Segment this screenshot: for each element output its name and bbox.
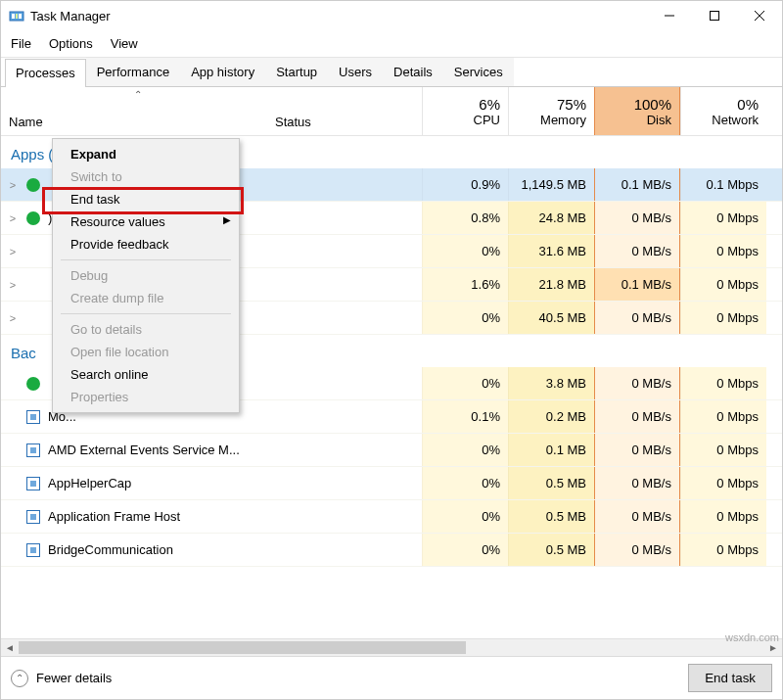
process-row[interactable]: Application Frame Host 0% 0.5 MB 0 MB/s …: [1, 500, 782, 534]
horizontal-scrollbar[interactable]: ◄ ►: [1, 638, 782, 656]
tab-strip: Processes Performance App history Startu…: [1, 58, 782, 87]
tab-performance[interactable]: Performance: [86, 58, 180, 86]
tab-startup[interactable]: Startup: [265, 58, 328, 86]
cell-disk: 0 MB/s: [594, 500, 680, 533]
fewer-details-button[interactable]: ⌃ Fewer details: [11, 670, 112, 687]
submenu-arrow-icon: ▶: [223, 214, 231, 225]
cell-cpu: 0%: [422, 434, 508, 466]
window-title: Task Manager: [30, 9, 647, 23]
cell-cpu: 0.1%: [422, 400, 508, 433]
context-menu-item[interactable]: Search online: [53, 363, 239, 386]
process-icon: [24, 508, 42, 526]
process-list-body: Apps (5) > 0.9% 1,149.5 MB 0.1 MB/s 0.1 …: [1, 136, 782, 638]
end-task-button[interactable]: End task: [688, 664, 772, 692]
cell-network: 0 Mbps: [680, 268, 766, 301]
process-icon: [24, 442, 42, 459]
cell-network: 0 Mbps: [680, 500, 766, 533]
cell-cpu: 0.8%: [422, 202, 508, 234]
context-menu-item: Debug: [53, 264, 239, 287]
cell-disk: 0 MB/s: [594, 235, 680, 267]
header-name[interactable]: ⌃ Name: [1, 87, 275, 135]
header-cpu[interactable]: 6% CPU: [422, 87, 508, 135]
app-icon: [9, 8, 24, 23]
process-name: AMD External Events Service M...: [48, 443, 275, 457]
chevron-up-icon: ⌃: [11, 670, 28, 687]
process-row[interactable]: BridgeCommunication 0% 0.5 MB 0 MB/s 0 M…: [1, 534, 782, 567]
cell-memory: 1,149.5 MB: [508, 168, 594, 201]
cell-cpu: 0%: [422, 302, 508, 334]
titlebar: Task Manager: [1, 1, 782, 30]
process-icon: [24, 541, 42, 559]
maximize-button[interactable]: [692, 1, 737, 30]
cell-network: 0 Mbps: [680, 467, 766, 499]
cell-disk: 0 MB/s: [594, 202, 680, 234]
cell-network: 0.1 Mbps: [680, 168, 766, 201]
menubar: File Options View: [1, 30, 782, 58]
tab-app-history[interactable]: App history: [180, 58, 265, 86]
cell-disk: 0 MB/s: [594, 367, 680, 399]
expand-toggle-icon[interactable]: >: [1, 312, 24, 324]
scroll-track[interactable]: [19, 639, 764, 656]
svg-rect-3: [19, 14, 22, 19]
expand-toggle-icon[interactable]: >: [1, 179, 24, 191]
expand-toggle-icon[interactable]: >: [1, 212, 24, 224]
header-disk[interactable]: 100% Disk: [594, 87, 680, 135]
context-menu-item: Go to details: [53, 318, 239, 341]
header-status[interactable]: Status: [275, 87, 422, 135]
cell-disk: 0 MB/s: [594, 400, 680, 433]
menu-view[interactable]: View: [109, 34, 140, 53]
cell-network: 0 Mbps: [680, 235, 766, 267]
process-row[interactable]: AppHelperCap 0% 0.5 MB 0 MB/s 0 Mbps: [1, 467, 782, 500]
cell-disk: 0.1 MB/s: [594, 268, 680, 301]
cell-disk: 0 MB/s: [594, 467, 680, 499]
context-menu-item[interactable]: Expand: [53, 143, 239, 165]
cell-cpu: 0%: [422, 467, 508, 499]
cell-memory: 0.2 MB: [508, 400, 594, 433]
cell-network: 0 Mbps: [680, 202, 766, 234]
tab-services[interactable]: Services: [443, 58, 514, 86]
context-menu-separator: [61, 259, 231, 260]
cell-cpu: 0%: [422, 500, 508, 533]
cell-network: 0 Mbps: [680, 400, 766, 433]
context-menu-item[interactable]: Resource values▶: [53, 210, 239, 233]
process-icon: [24, 243, 42, 260]
cell-memory: 21.8 MB: [508, 268, 594, 301]
process-icon: [24, 176, 42, 194]
process-name: BridgeCommunication: [48, 542, 275, 557]
cell-memory: 0.5 MB: [508, 500, 594, 533]
context-menu-item: Properties: [53, 386, 239, 408]
cell-memory: 40.5 MB: [508, 302, 594, 334]
expand-toggle-icon[interactable]: >: [1, 279, 24, 291]
cell-disk: 0 MB/s: [594, 534, 680, 566]
status-bar: ⌃ Fewer details End task: [1, 656, 782, 699]
svg-rect-2: [16, 14, 18, 19]
process-name: Application Frame Host: [48, 509, 275, 524]
scroll-thumb[interactable]: [19, 641, 466, 654]
scroll-right-icon[interactable]: ►: [764, 642, 782, 653]
sort-indicator-icon: ⌃: [134, 89, 142, 100]
header-memory[interactable]: 75% Memory: [508, 87, 594, 135]
cell-cpu: 1.6%: [422, 268, 508, 301]
cell-cpu: 0%: [422, 235, 508, 267]
minimize-button[interactable]: [647, 1, 692, 30]
close-button[interactable]: [737, 1, 782, 30]
cell-network: 0 Mbps: [680, 302, 766, 334]
tab-processes[interactable]: Processes: [5, 59, 86, 87]
cell-network: 0 Mbps: [680, 434, 766, 466]
process-row[interactable]: AMD External Events Service M... 0% 0.1 …: [1, 434, 782, 467]
tab-users[interactable]: Users: [328, 58, 383, 86]
process-icon: [24, 408, 42, 426]
cell-disk: 0 MB/s: [594, 302, 680, 334]
cell-memory: 0.1 MB: [508, 434, 594, 466]
context-menu-item[interactable]: Provide feedback: [53, 233, 239, 256]
menu-file[interactable]: File: [9, 34, 33, 53]
context-menu-item[interactable]: End task: [53, 188, 239, 210]
cell-memory: 24.8 MB: [508, 202, 594, 234]
header-network[interactable]: 0% Network: [680, 87, 766, 135]
column-headers: ⌃ Name Status 6% CPU 75% Memory 100% Dis…: [1, 87, 782, 136]
context-menu-item: Switch to: [53, 165, 239, 188]
tab-details[interactable]: Details: [383, 58, 443, 86]
scroll-left-icon[interactable]: ◄: [1, 642, 19, 653]
expand-toggle-icon[interactable]: >: [1, 246, 24, 257]
menu-options[interactable]: Options: [47, 34, 95, 53]
